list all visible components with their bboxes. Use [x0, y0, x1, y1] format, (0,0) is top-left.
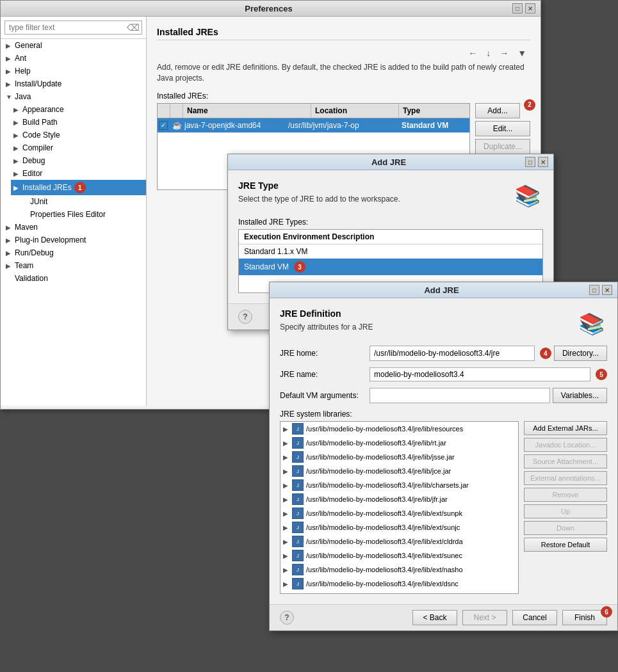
close-button[interactable]: ✕: [525, 3, 535, 13]
jre-type-standard-vm[interactable]: Standard VM 3: [239, 259, 542, 275]
col-header-location: Location: [311, 104, 399, 118]
remove-lib-button[interactable]: Remove: [524, 488, 607, 502]
books-icon-2: 📚: [576, 308, 607, 339]
expand-arrow-debug: ▶: [13, 157, 22, 164]
sidebar-label-maven: Maven: [15, 223, 38, 232]
lib-item-sunjc[interactable]: ▶ J /usr/lib/modelio-by-modeliosoft3.4/j…: [281, 520, 518, 534]
lib-item-nasho[interactable]: ▶ J /usr/lib/modelio-by-modeliosoft3.4/j…: [281, 563, 518, 577]
jre-home-badge: 4: [540, 348, 551, 359]
sidebar-item-team[interactable]: ▶ Team: [1, 259, 146, 272]
lib-item-jfr[interactable]: ▶ J /usr/lib/modelio-by-modeliosoft3.4/j…: [281, 492, 518, 506]
dialog1-minimize-btn[interactable]: □: [525, 157, 535, 167]
sidebar-item-appearance[interactable]: ▶ Appearance: [11, 103, 146, 116]
preferences-titlebar: Preferences □ ✕: [1, 1, 541, 17]
jar-icon: J: [292, 451, 304, 463]
nav-dropdown-button[interactable]: ▼: [514, 47, 530, 60]
lib-item-jce[interactable]: ▶ J /usr/lib/modelio-by-modeliosoft3.4/j…: [281, 464, 518, 478]
directory-button[interactable]: Directory...: [554, 346, 607, 361]
sidebar-item-run-debug[interactable]: ▶ Run/Debug: [1, 246, 146, 259]
vm-args-input[interactable]: [370, 388, 550, 403]
lib-item-sunpk[interactable]: ▶ J /usr/lib/modelio-by-modeliosoft3.4/j…: [281, 506, 518, 520]
row-jre-name: java-7-openjdk-amd64: [183, 118, 286, 132]
sidebar-item-ant[interactable]: ▶ Ant: [1, 52, 146, 65]
sidebar-item-editor[interactable]: ▶ Editor: [11, 167, 146, 180]
expand-arrow-run: ▶: [6, 250, 15, 257]
add-external-jars-button[interactable]: Add External JARs...: [524, 421, 607, 435]
jar-icon: J: [292, 437, 304, 449]
row-jre-icon: ☕: [170, 118, 183, 132]
vm-args-row: Default VM arguments: Variables...: [280, 388, 607, 403]
navigation-toolbar: ← ↓ → ▼: [464, 47, 530, 60]
row-checkbox[interactable]: ✓: [158, 118, 170, 132]
sidebar-item-junit[interactable]: JUnit: [21, 195, 146, 208]
jre-type-standard-11x[interactable]: Standard 1.1.x VM: [239, 244, 542, 259]
sidebar-label-plugin: Plug-in Development: [15, 236, 86, 244]
jre-table-header: Name Location Type: [158, 104, 469, 118]
dialog2-back-button[interactable]: < Back: [412, 610, 457, 625]
sidebar-item-code-style[interactable]: ▶ Code Style: [11, 129, 146, 141]
sidebar-label-editor: Editor: [22, 169, 42, 178]
expand-arrow-install: ▶: [6, 81, 15, 88]
nav-down-button[interactable]: ↓: [482, 47, 494, 60]
sys-libs-list: ▶ J /usr/lib/modelio-by-modeliosoft3.4/j…: [280, 421, 519, 594]
col-header-name: Name: [183, 104, 311, 118]
installed-jres-badge: 1: [74, 182, 86, 193]
dialog2-next-button[interactable]: Next >: [462, 610, 507, 625]
lib-item-charsets[interactable]: ▶ J /usr/lib/modelio-by-modeliosoft3.4/j…: [281, 478, 518, 492]
javadoc-location-button[interactable]: Javadoc Location...: [524, 438, 607, 452]
lib-item-jsse[interactable]: ▶ J /usr/lib/modelio-by-modeliosoft3.4/j…: [281, 450, 518, 464]
lib-item-sunec[interactable]: ▶ J /usr/lib/modelio-by-modeliosoft3.4/j…: [281, 548, 518, 563]
jre-type-desc: Select the type of JRE to add to the wor…: [238, 195, 512, 204]
sidebar-item-java[interactable]: ▼ Java: [1, 90, 146, 103]
add-jre-dialog2-title: Add JRE: [294, 285, 589, 295]
clear-filter-icon[interactable]: ⌫: [127, 22, 140, 33]
dialog1-close-btn[interactable]: ✕: [538, 157, 548, 167]
minimize-button[interactable]: □: [512, 3, 523, 13]
lib-arrow-icon: ▶: [283, 496, 291, 503]
sidebar-label-debug: Debug: [22, 156, 45, 165]
dialog2-help-button[interactable]: ?: [280, 611, 294, 625]
dialog2-minimize-btn[interactable]: □: [589, 285, 599, 295]
source-attachment-button[interactable]: Source Attachment...: [524, 454, 607, 468]
lib-item-resources[interactable]: ▶ J /usr/lib/modelio-by-modeliosoft3.4/j…: [281, 422, 518, 436]
jre-home-input[interactable]: [370, 346, 535, 361]
sidebar-item-maven[interactable]: ▶ Maven: [1, 221, 146, 234]
lib-item-dsnc[interactable]: ▶ J /usr/lib/modelio-by-modeliosoft3.4/j…: [281, 577, 518, 591]
restore-default-button[interactable]: Restore Default: [524, 538, 607, 552]
up-lib-button[interactable]: Up: [524, 504, 607, 518]
sidebar-label-validation: Validation: [15, 274, 48, 283]
row-jre-location: /usr/lib/jvm/java-7-op: [286, 118, 399, 132]
duplicate-jre-button[interactable]: Duplicate...: [475, 139, 530, 154]
add-jre-dialog2-footer: ? < Back Next > Cancel Finish 6: [270, 604, 617, 630]
sidebar-item-help[interactable]: ▶ Help: [1, 65, 146, 77]
sidebar-item-validation[interactable]: Validation: [1, 272, 146, 285]
expand-arrow-java: ▼: [6, 93, 15, 100]
dialog2-cancel-button[interactable]: Cancel: [512, 610, 557, 625]
lib-item-rt[interactable]: ▶ J /usr/lib/modelio-by-modeliosoft3.4/j…: [281, 436, 518, 450]
sidebar-item-install-update[interactable]: ▶ Install/Update: [1, 77, 146, 90]
add-jre-button[interactable]: Add...: [475, 103, 520, 118]
sidebar-item-compiler[interactable]: ▶ Compiler: [11, 141, 146, 154]
sidebar-item-general[interactable]: ▶ General: [1, 39, 146, 52]
sidebar-item-installed-jres[interactable]: ▶ Installed JREs 1: [11, 180, 146, 195]
down-lib-button[interactable]: Down: [524, 521, 607, 535]
sidebar-item-properties-editor[interactable]: Properties Files Editor: [21, 208, 146, 221]
jre-name-badge: 5: [596, 369, 607, 380]
edit-jre-button[interactable]: Edit...: [475, 121, 530, 136]
dialog1-help-button[interactable]: ?: [238, 310, 252, 324]
sidebar-label-run: Run/Debug: [15, 248, 54, 257]
jre-name-input[interactable]: [370, 367, 590, 381]
table-row[interactable]: ✓ ☕ java-7-openjdk-amd64 /usr/lib/jvm/ja…: [158, 118, 469, 132]
sidebar-item-build-path[interactable]: ▶ Build Path: [11, 116, 146, 129]
sidebar-item-plugin-dev[interactable]: ▶ Plug-in Development: [1, 234, 146, 246]
dialog2-close-btn[interactable]: ✕: [602, 285, 612, 295]
variables-button[interactable]: Variables...: [553, 388, 607, 403]
sidebar-item-debug[interactable]: ▶ Debug: [11, 154, 146, 167]
nav-forward-button[interactable]: →: [496, 47, 512, 60]
nav-back-button[interactable]: ←: [464, 47, 481, 60]
sidebar-label-ant: Ant: [15, 54, 26, 63]
lib-item-cldrda[interactable]: ▶ J /usr/lib/modelio-by-modeliosoft3.4/j…: [281, 534, 518, 548]
external-annotations-button[interactable]: External annotations...: [524, 471, 607, 485]
search-input[interactable]: [4, 20, 142, 35]
sys-libs-label: JRE system libraries:: [280, 410, 607, 419]
